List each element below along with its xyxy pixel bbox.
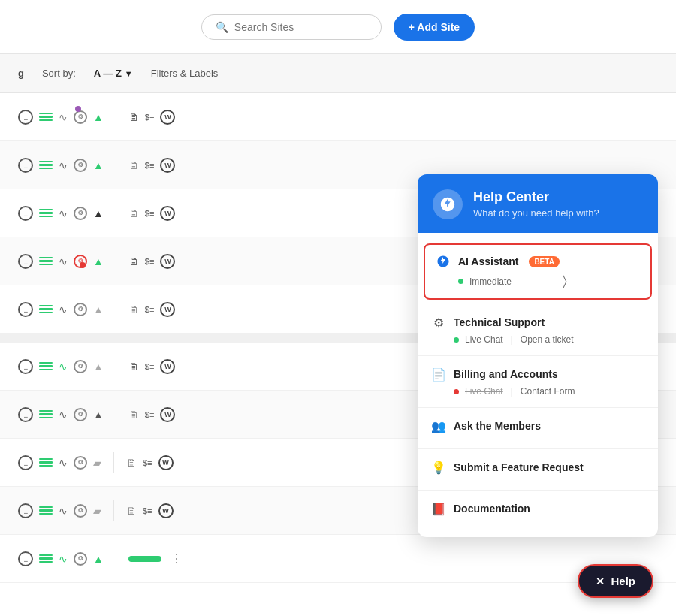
members-title: Ask the Members — [454, 420, 541, 432]
bars-icon — [39, 458, 53, 467]
wp-icon: W — [160, 359, 175, 374]
contact-form-link[interactable]: Contact Form — [521, 386, 575, 397]
chart-icon: ▰ — [93, 457, 101, 469]
coin-icon: ❂ — [74, 552, 87, 566]
help-item-billing[interactable]: 📄 Billing and Accounts Live Chat | Conta… — [418, 356, 658, 408]
billing-title: Billing and Accounts — [454, 368, 558, 380]
bars-icon — [39, 554, 53, 563]
chart-icon: ▲ — [93, 553, 104, 565]
row-icons-2: 🗎 $≡ W — [128, 158, 176, 173]
more-options-icon[interactable]: ⋮ — [171, 551, 183, 566]
wp-icon: W — [160, 206, 175, 221]
filters-label[interactable]: Filters & Labels — [151, 68, 219, 79]
help-item-ai-assistant[interactable]: AI Assistant BETA Immediate 〉 — [424, 243, 652, 300]
top-bar: 🔍 + Add Site — [0, 0, 676, 54]
help-header: Help Center What do you need help with? — [418, 174, 658, 233]
ai-assistant-sub: Immediate 〉 — [436, 273, 640, 289]
green-status-dot — [458, 279, 463, 284]
cursor-icon: 〉 — [563, 273, 567, 289]
chart-icon: ▲ — [93, 111, 104, 123]
circle-icon: ⎯ — [18, 503, 33, 518]
billing-icon: 📄 — [431, 367, 446, 382]
sort-dropdown[interactable]: A — Z ▼ — [94, 68, 133, 79]
row-icons-2: 🗎 $≡ W — [126, 455, 174, 470]
wp-icon: W — [160, 254, 175, 269]
brand-icon — [439, 196, 456, 213]
bars-icon — [39, 506, 53, 515]
doc-icon: 🗎 — [128, 207, 139, 219]
red-status-dot — [454, 389, 459, 394]
row-icons-2: 🗎 $≡ W — [128, 359, 176, 374]
live-chat-link-billing[interactable]: Live Chat — [465, 386, 503, 397]
coin-icon: ❂ — [74, 207, 87, 220]
row-icons-2: 🗎 $≡ W — [128, 206, 176, 221]
search-input[interactable] — [234, 21, 367, 33]
row-icons: ⎯ ∿ ❂ ▲ — [18, 359, 104, 374]
circle-icon: ⎯ — [18, 158, 33, 173]
chart-icon: ▰ — [93, 505, 101, 517]
feature-request-title: Submit a Feature Request — [454, 461, 584, 473]
dollar-icon: $≡ — [145, 209, 155, 218]
bars-icon — [39, 410, 53, 419]
help-item-documentation[interactable]: 📕 Documentation — [418, 491, 658, 531]
dollar-icon: $≡ — [145, 362, 155, 371]
wave-icon: ∿ — [59, 505, 68, 517]
circle-icon: ⎯ — [18, 302, 33, 317]
wp-icon: W — [160, 302, 175, 317]
bars-icon — [39, 113, 53, 122]
wave-icon: ∿ — [59, 361, 68, 373]
doc-icon: 🗎 — [128, 159, 139, 171]
divider — [116, 155, 116, 176]
wp-icon: W — [158, 503, 174, 518]
row-icons: ⎯ ∿ ❂ ▲ — [18, 110, 104, 125]
open-ticket-link[interactable]: Open a ticket — [521, 334, 574, 345]
help-item-header: 📄 Billing and Accounts — [431, 367, 644, 382]
live-chat-link[interactable]: Live Chat — [465, 334, 503, 345]
table-row[interactable]: ⎯ ∿ ❂ ▲ 🗎 $≡ W — [0, 93, 676, 141]
row-icons: ⎯ ∿ ❂ ▲ — [18, 551, 104, 566]
search-icon: 🔍 — [216, 21, 228, 33]
dollar-icon: $≡ — [145, 410, 155, 419]
dollar-icon: $≡ — [145, 257, 155, 266]
divider — [116, 299, 116, 320]
doc-icon: 🗎 — [126, 505, 137, 517]
help-item-ask-members[interactable]: 👥 Ask the Members — [418, 408, 658, 449]
search-box[interactable]: 🔍 — [201, 14, 382, 40]
filter-bar: g Sort by: A — Z ▼ Filters & Labels — [0, 54, 676, 93]
table-row[interactable]: ⎯ ∿ ❂ ▲ ⋮ — [0, 535, 676, 583]
help-item-header: AI Assistant BETA — [436, 254, 640, 269]
green-status-dot — [454, 337, 459, 343]
add-site-button[interactable]: + Add Site — [394, 14, 475, 41]
wave-icon: ∿ — [59, 207, 68, 219]
chart-icon: ▲ — [93, 303, 104, 316]
help-item-feature-request[interactable]: 💡 Submit a Feature Request — [418, 449, 658, 491]
divider — [113, 500, 114, 521]
dollar-icon: $≡ — [145, 161, 155, 170]
dollar-icon: $≡ — [143, 458, 152, 467]
help-item-header: 💡 Submit a Feature Request — [431, 460, 644, 475]
chart-icon: ▲ — [93, 409, 104, 421]
help-items-list: AI Assistant BETA Immediate 〉 ⚙ Technica… — [418, 233, 658, 537]
row-icons: ⎯ ∿ ❂ ▲ — [18, 158, 104, 173]
chart-icon: ▲ — [93, 255, 104, 267]
help-center-panel: Help Center What do you need help with? … — [418, 174, 658, 537]
bars-icon — [39, 362, 53, 371]
doc-icon: 🗎 — [128, 409, 139, 421]
help-button[interactable]: ✕ Help — [578, 564, 653, 598]
row-icons: ⎯ ∿ ❂ ▲ — [18, 206, 104, 221]
technical-support-title: Technical Support — [454, 316, 545, 328]
coin-icon: ❂ — [74, 360, 87, 373]
chart-icon: ▲ — [93, 207, 104, 219]
bars-icon — [39, 161, 53, 170]
help-item-technical-support[interactable]: ⚙ Technical Support Live Chat | Open a t… — [418, 304, 658, 356]
wave-icon: ∿ — [59, 457, 68, 469]
coin-icon: ❂ — [74, 408, 87, 421]
circle-icon: ⎯ — [18, 206, 33, 221]
dollar-icon: $≡ — [143, 506, 152, 515]
wave-icon: ∿ — [59, 409, 68, 421]
wp-icon: W — [158, 455, 174, 470]
divider — [116, 404, 116, 425]
wave-icon: ∿ — [59, 255, 68, 267]
row-icons: ⎯ ∿ ❂ ▲ — [18, 254, 104, 269]
divider — [116, 251, 116, 272]
